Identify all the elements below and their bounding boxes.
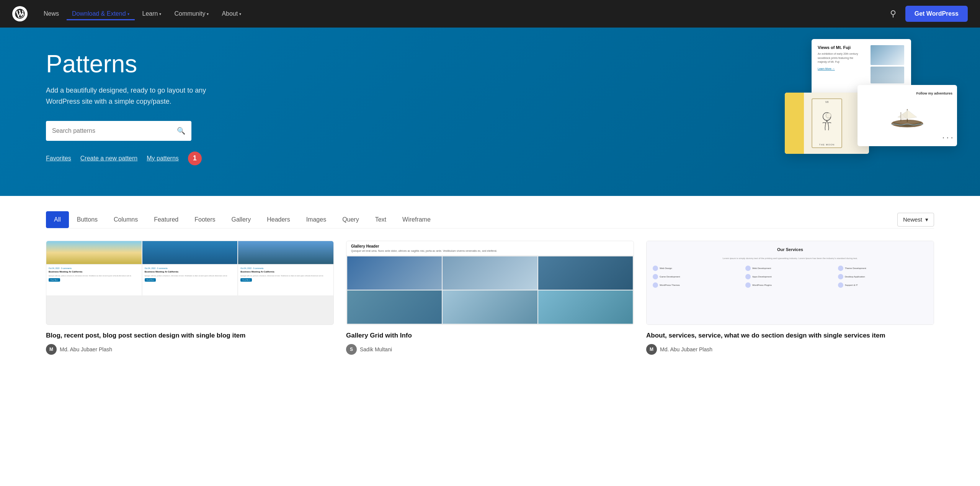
pattern-grid: Oct 04, 2022 · 0 comments Business Meeti… <box>46 241 934 355</box>
gallery-cell <box>538 256 633 290</box>
pattern-title: About, services, service, what we do sec… <box>646 331 934 340</box>
pattern-author: M Md. Abu Jubaer Plash <box>46 344 334 355</box>
hero-previews: Views of Mt. Fuji An exhibition of early… <box>781 39 949 161</box>
tarot-card: VII THE <box>812 98 842 148</box>
gallery-cell <box>347 256 442 290</box>
filter-tab-all[interactable]: All <box>46 211 69 228</box>
pattern-title: Gallery Grid with Info <box>346 331 634 340</box>
get-wordpress-button[interactable]: Get WordPress <box>905 6 968 22</box>
chevron-down-icon: ▾ <box>159 12 161 16</box>
filter-tab-query[interactable]: Query <box>334 211 367 228</box>
hero-links: Favorites Create a new pattern My patter… <box>46 152 207 165</box>
gallery-cell <box>347 290 442 324</box>
gallery-cell <box>538 290 633 324</box>
preview-card-1-title: Views of Mt. Fuji <box>818 45 867 50</box>
svg-marker-3 <box>907 110 917 119</box>
hero-section: Patterns Add a beautifully designed, rea… <box>0 28 980 196</box>
filter-tab-headers[interactable]: Headers <box>259 211 298 228</box>
nav-item-community[interactable]: Community ▾ <box>169 7 214 20</box>
service-item: Web Development <box>745 266 835 271</box>
filter-tab-columns[interactable]: Columns <box>106 211 146 228</box>
filter-tabs: All Buttons Columns Featured Footers Gal… <box>46 211 439 228</box>
author-name: Md. Abu Jubaer Plash <box>660 346 712 352</box>
search-bar: 🔍 <box>46 121 191 141</box>
favorites-link[interactable]: Favorites <box>46 155 71 162</box>
preview-card-1-link: Learn More → <box>818 67 867 70</box>
filter-tab-buttons[interactable]: Buttons <box>69 211 106 228</box>
search-button[interactable]: ⚲ <box>887 6 899 22</box>
pattern-title: Blog, recent post, blog post section des… <box>46 331 334 340</box>
social-links: ▪ ▪ ▪ <box>862 136 952 140</box>
chevron-down-icon: ▾ <box>207 12 209 16</box>
author-name: Sadik Multani <box>360 346 392 352</box>
chevron-down-icon: ▾ <box>925 216 928 223</box>
sort-dropdown[interactable]: Newest ▾ <box>897 213 934 227</box>
filter-tab-gallery[interactable]: Gallery <box>223 211 259 228</box>
service-item: Support & IT <box>838 282 928 288</box>
search-input[interactable] <box>52 127 177 134</box>
preview-img-2 <box>871 67 904 83</box>
filter-tab-featured[interactable]: Featured <box>146 211 186 228</box>
filter-tab-wireframe[interactable]: Wireframe <box>394 211 439 228</box>
service-item: WordPress Plugins <box>745 282 835 288</box>
main-content: All Buttons Columns Featured Footers Gal… <box>0 196 980 370</box>
pattern-thumbnail: Our Services Lorem ipsum is simply dummy… <box>646 241 934 325</box>
gallery-cell <box>443 290 537 324</box>
pattern-author: S Sadik Multani <box>346 344 634 355</box>
nav-item-about[interactable]: About ▾ <box>216 7 247 20</box>
create-pattern-link[interactable]: Create a new pattern <box>80 155 137 162</box>
pattern-thumbnail: Glallery Header Quisque vel erat uma. Nu… <box>346 241 634 325</box>
chevron-down-icon: ▾ <box>127 12 129 16</box>
tarot-label: THE MOON <box>819 144 835 146</box>
pattern-card[interactable]: Glallery Header Quisque vel erat uma. Nu… <box>346 241 634 355</box>
service-item: Desktop Application <box>838 274 928 279</box>
filter-tab-images[interactable]: Images <box>298 211 334 228</box>
service-item: Theme Development <box>838 266 928 271</box>
preview-card-3: VII THE <box>785 93 869 154</box>
hero-content: Patterns Add a beautifully designed, rea… <box>46 51 207 165</box>
my-patterns-link[interactable]: My patterns <box>147 155 179 162</box>
author-name: Md. Abu Jubaer Plash <box>60 346 112 352</box>
pattern-card[interactable]: Our Services Lorem ipsum is simply dummy… <box>646 241 934 355</box>
filter-tab-footers[interactable]: Footers <box>186 211 223 228</box>
avatar: M <box>646 344 657 355</box>
pattern-card[interactable]: Oct 04, 2022 · 0 comments Business Meeti… <box>46 241 334 355</box>
preview-img-1 <box>871 45 904 65</box>
service-item: WordPress Themes <box>653 282 742 288</box>
nav-item-news[interactable]: News <box>38 7 64 20</box>
preview-card-2: Follow my adventures <box>858 85 957 146</box>
sort-label: Newest <box>903 216 922 223</box>
search-icon[interactable]: 🔍 <box>177 127 185 135</box>
notification-badge[interactable]: 1 <box>188 152 202 165</box>
service-item: Apps Development <box>745 274 835 279</box>
ship-illustration <box>862 98 952 133</box>
pattern-thumbnail: Oct 04, 2022 · 0 comments Business Meeti… <box>46 241 334 325</box>
preview-card-2-title: Follow my adventures <box>862 91 952 95</box>
nav-item-learn[interactable]: Learn ▾ <box>137 7 167 20</box>
filter-row: All Buttons Columns Featured Footers Gal… <box>46 211 934 228</box>
pattern-author: M Md. Abu Jubaer Plash <box>646 344 934 355</box>
filter-tab-text[interactable]: Text <box>367 211 394 228</box>
page-title: Patterns <box>46 51 207 77</box>
service-item: Web Design <box>653 266 742 271</box>
svg-point-8 <box>826 113 831 118</box>
wp-logo[interactable] <box>12 6 28 21</box>
gallery-cell <box>443 256 537 290</box>
nav-item-download[interactable]: Download & Extend ▾ <box>67 7 135 20</box>
preview-card-1-body: An exhibition of early 20th century wood… <box>818 52 867 64</box>
main-nav: News Download & Extend ▾ Learn ▾ Communi… <box>0 0 980 28</box>
nav-right: ⚲ Get WordPress <box>887 6 968 22</box>
avatar: M <box>46 344 57 355</box>
search-icon: ⚲ <box>890 9 896 18</box>
avatar: S <box>346 344 357 355</box>
chevron-down-icon: ▾ <box>239 12 241 16</box>
hero-subtitle: Add a beautifully designed, ready to go … <box>46 85 207 107</box>
nav-links: News Download & Extend ▾ Learn ▾ Communi… <box>38 7 887 20</box>
service-item: Game Development <box>653 274 742 279</box>
